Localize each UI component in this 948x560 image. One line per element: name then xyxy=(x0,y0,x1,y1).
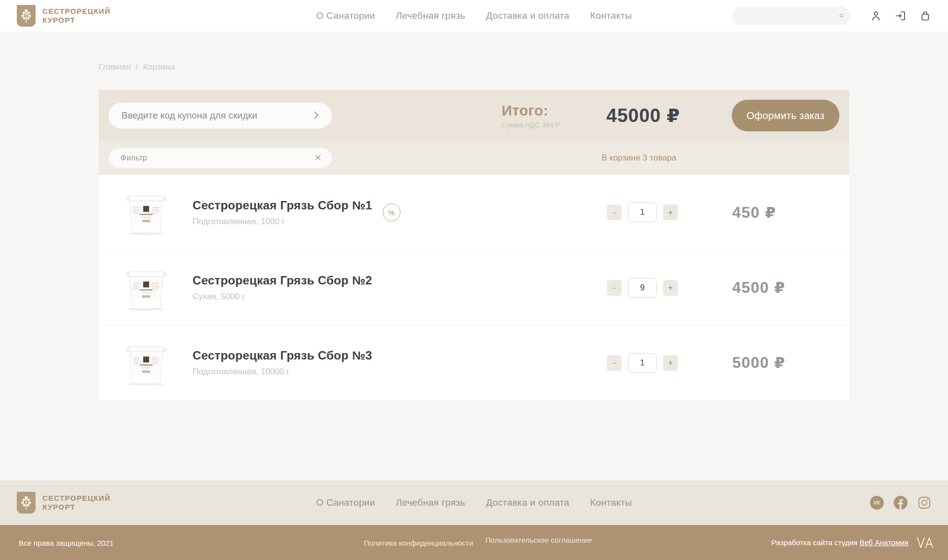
product-variant: Подготовленная, 10000 г xyxy=(193,367,383,377)
main-content: Главная / Корзина Итого: Сумма НДС 364 Р… xyxy=(0,32,948,480)
coupon-input[interactable] xyxy=(121,110,310,121)
footer-logo[interactable]: СЕСТРОРЕЦКИЙКУРОРТ xyxy=(17,492,111,514)
quantity-increase-button[interactable]: + xyxy=(663,355,678,371)
cart-count-text: В корзине 3 товара xyxy=(601,153,676,163)
cart-bag-icon[interactable] xyxy=(919,10,931,22)
legal-bar: Все права защищены, 2021 Политика конфид… xyxy=(0,525,948,560)
header-actions xyxy=(732,6,931,25)
product-image xyxy=(123,189,169,236)
site-logo[interactable]: СЕСТРОРЕЦКИЙКУРОРТ xyxy=(17,5,111,27)
breadcrumb-home[interactable]: Главная xyxy=(99,62,131,72)
quantity-decrease-button[interactable]: - xyxy=(607,280,622,296)
footer-nav-about[interactable]: О Санатории xyxy=(316,497,375,508)
web-anatomy-logo-icon xyxy=(916,537,934,549)
search-input[interactable] xyxy=(741,12,839,20)
quantity-stepper: - + xyxy=(607,202,678,222)
quantity-input[interactable] xyxy=(628,278,657,298)
copyright-text: Все права защищены, 2021 xyxy=(19,538,114,547)
coupon-box xyxy=(109,103,332,128)
quantity-decrease-button[interactable]: - xyxy=(607,355,622,371)
product-info: Сестрорецкая Грязь Сбор №3 Подготовленна… xyxy=(193,349,383,377)
filter-bar: В корзине 3 товара xyxy=(99,141,849,175)
quantity-stepper: - + xyxy=(607,353,678,373)
filter-input[interactable] xyxy=(120,154,313,162)
footer-nav-contacts[interactable]: Контакты xyxy=(590,497,632,508)
credit-text: Разработка сайта студия Веб Анатомия xyxy=(771,538,908,547)
vk-icon[interactable]: VK xyxy=(870,496,884,510)
brand-name: СЕСТРОРЕЦКИЙКУРОРТ xyxy=(42,7,111,25)
logo-tree-icon xyxy=(17,5,36,27)
header: СЕСТРОРЕЦКИЙКУРОРТ О Санатории Лечебная … xyxy=(0,0,948,32)
privacy-policy-link[interactable]: Политика конфиденциальности xyxy=(364,538,473,547)
search-box xyxy=(732,6,850,25)
cart-items-list: Сестрорецкая Грязь Сбор №1 Подготовленна… xyxy=(99,175,849,400)
total-label: Итого: xyxy=(502,103,566,119)
footer-nav: О Санатории Лечебная грязь Доставка и оп… xyxy=(316,497,632,508)
product-price: 4500 ₽ xyxy=(732,279,849,297)
product-price: 450 ₽ xyxy=(732,203,849,222)
filter-clear-button[interactable] xyxy=(313,153,323,163)
product-price: 5000 ₽ xyxy=(732,354,849,372)
product-image xyxy=(123,265,169,311)
footer-nav-mud[interactable]: Лечебная грязь xyxy=(396,497,466,508)
social-links: VK xyxy=(870,496,931,510)
cart-card: Итого: Сумма НДС 364 Р 45000 ₽ Оформить … xyxy=(99,90,849,400)
product-title: Сестрорецкая Грязь Сбор №2 xyxy=(193,274,383,287)
breadcrumb: Главная / Корзина xyxy=(99,62,849,72)
breadcrumb-current: Корзина xyxy=(143,62,175,72)
breadcrumb-separator: / xyxy=(136,62,138,72)
main-nav: О Санатории Лечебная грязь Доставка и оп… xyxy=(316,10,632,21)
svg-text:VK: VK xyxy=(873,500,881,506)
product-info: Сестрорецкая Грязь Сбор №1 Подготовленна… xyxy=(193,199,383,227)
product-variant: Сухая, 5000 г xyxy=(193,292,383,302)
developer-link[interactable]: Веб Анатомия xyxy=(860,538,908,547)
quantity-input[interactable] xyxy=(628,202,657,222)
product-variant: Подготовленная, 1000 г xyxy=(193,217,383,227)
nav-delivery[interactable]: Доставка и оплата xyxy=(486,10,569,21)
facebook-icon[interactable] xyxy=(894,496,908,510)
quantity-increase-button[interactable]: + xyxy=(663,204,678,220)
search-icon[interactable] xyxy=(839,11,844,21)
checkout-button[interactable]: Оформить заказ xyxy=(732,100,839,131)
quantity-input[interactable] xyxy=(628,353,657,373)
cart-summary-bar: Итого: Сумма НДС 364 Р 45000 ₽ Оформить … xyxy=(99,90,849,141)
totals-block: Итого: Сумма НДС 364 Р xyxy=(502,103,566,129)
total-amount: 45000 ₽ xyxy=(606,105,680,126)
footer-nav-delivery[interactable]: Доставка и оплата xyxy=(486,497,569,508)
footer-logo-tree-icon xyxy=(17,492,36,514)
quantity-stepper: - + xyxy=(607,278,678,298)
footer: СЕСТРОРЕЦКИЙКУРОРТ О Санатории Лечебная … xyxy=(0,480,948,525)
cart-item-row: Сестрорецкая Грязь Сбор №2 Сухая, 5000 г… xyxy=(99,250,849,325)
chevron-right-icon xyxy=(311,110,321,120)
instagram-icon[interactable] xyxy=(917,496,931,510)
quantity-increase-button[interactable]: + xyxy=(663,280,678,296)
close-icon xyxy=(314,153,322,162)
quantity-decrease-button[interactable]: - xyxy=(607,204,622,220)
account-icon[interactable] xyxy=(870,10,882,22)
login-icon[interactable] xyxy=(895,10,907,22)
product-title: Сестрорецкая Грязь Сбор №3 xyxy=(193,349,383,362)
product-title: Сестрорецкая Грязь Сбор №1 xyxy=(193,199,383,212)
vat-note: Сумма НДС 364 Р xyxy=(502,121,566,129)
nav-about[interactable]: О Санатории xyxy=(316,10,375,21)
cart-item-row: Сестрорецкая Грязь Сбор №3 Подготовленна… xyxy=(99,325,849,400)
product-image xyxy=(123,340,169,386)
discount-badge: % xyxy=(383,203,400,221)
footer-brand-name: СЕСТРОРЕЦКИЙКУРОРТ xyxy=(42,494,111,512)
cart-item-row: Сестрорецкая Грязь Сбор №1 Подготовленна… xyxy=(99,175,849,250)
product-info: Сестрорецкая Грязь Сбор №2 Сухая, 5000 г xyxy=(193,274,383,302)
filter-box xyxy=(109,148,332,168)
coupon-submit-button[interactable] xyxy=(310,110,322,121)
terms-link[interactable]: Пользовательское соглашение xyxy=(485,535,592,544)
developer-credit: Разработка сайта студия Веб Анатомия xyxy=(771,537,934,549)
nav-mud[interactable]: Лечебная грязь xyxy=(396,10,466,21)
nav-contacts[interactable]: Контакты xyxy=(590,10,632,21)
